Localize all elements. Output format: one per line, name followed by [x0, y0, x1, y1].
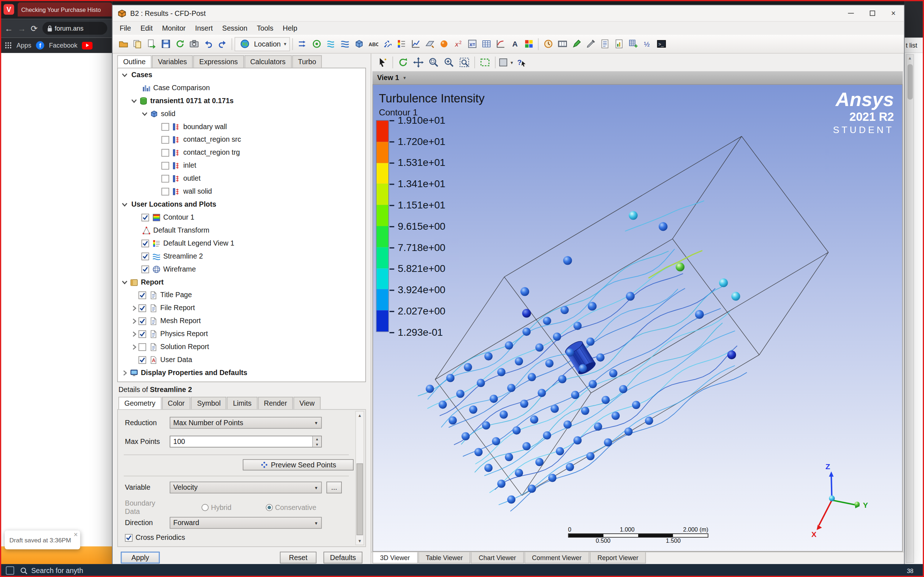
minimize-button[interactable]	[840, 5, 861, 21]
chevron-right-icon[interactable]	[129, 330, 138, 338]
snapshot-icon[interactable]	[187, 37, 201, 51]
quick-editor-icon[interactable]	[570, 37, 584, 51]
scrollbar-thumb[interactable]	[357, 463, 363, 535]
chart-tool-icon[interactable]	[493, 37, 507, 51]
menu-edit[interactable]: Edit	[136, 23, 157, 34]
menu-monitor[interactable]: Monitor	[157, 23, 190, 34]
browser-tab[interactable]: Checking Your Purchase Histo	[18, 3, 112, 16]
item-checkbox-checked[interactable]	[142, 266, 149, 273]
whats-this-icon[interactable]: ?	[514, 55, 529, 69]
item-checkbox-checked[interactable]	[139, 317, 146, 324]
spin-down-icon[interactable]: ▼	[313, 442, 321, 447]
preview-seed-points-button[interactable]: Preview Seed Points	[243, 459, 354, 470]
chevron-down-icon[interactable]: ▼	[283, 42, 287, 46]
streamline-tool-icon[interactable]	[324, 37, 338, 51]
scroll-up-icon[interactable]: ▲	[906, 55, 914, 60]
undo-icon[interactable]	[201, 37, 215, 51]
cross-periodics-checkbox[interactable]	[125, 534, 132, 541]
details-tab-render[interactable]: Render	[258, 397, 293, 409]
tree-item-user-data[interactable]: AUser Data	[118, 353, 366, 366]
details-tab-geometry[interactable]: Geometry	[118, 397, 162, 409]
apply-button[interactable]: Apply	[121, 552, 160, 564]
tree-item-solid[interactable]: solid	[118, 107, 366, 120]
title-bar[interactable]: B2 : Results - CFD-Post ×	[113, 5, 904, 22]
viewer-tab-report-viewer[interactable]: Report Viewer	[590, 552, 646, 563]
rotate-icon[interactable]	[396, 55, 411, 69]
item-checkbox-checked[interactable]	[142, 239, 149, 247]
facebook-icon[interactable]: f	[36, 41, 44, 49]
scrollbar-thumb[interactable]	[908, 64, 913, 100]
command-editor-icon[interactable]: >_	[654, 37, 669, 51]
report-template-icon[interactable]	[598, 37, 612, 51]
viewer-tab-comment-viewer[interactable]: Comment Viewer	[525, 552, 590, 563]
taskbar-search[interactable]: Search for anyth	[20, 567, 83, 575]
menu-help[interactable]: Help	[278, 23, 302, 34]
export-file-icon[interactable]	[144, 37, 158, 51]
bookmark-facebook[interactable]: Facebook	[49, 42, 78, 49]
view-selector-bar[interactable]: View 1▼	[373, 71, 903, 84]
chevron-down-icon[interactable]	[120, 200, 129, 208]
hidden-icons-button[interactable]	[6, 567, 14, 575]
tree-item-cases[interactable]: Cases	[118, 68, 366, 81]
reset-button[interactable]: Reset	[280, 552, 317, 564]
tree-item-contour-1[interactable]: Contour 1	[118, 211, 366, 224]
open-session-icon[interactable]	[130, 37, 144, 51]
tree-item-transient1-0171-at-0-171s[interactable]: transient1 0171 at 0.171s	[118, 94, 366, 107]
tree-item-contact-region-trg[interactable]: contact_region trg	[118, 146, 366, 159]
tab-expressions[interactable]: Expressions	[194, 55, 244, 68]
chevron-down-icon[interactable]	[120, 71, 129, 79]
mesh-calculator-icon[interactable]	[626, 37, 640, 51]
tree-item-physics-report[interactable]: Physics Report	[118, 327, 366, 340]
tree-item-streamline-2[interactable]: Streamline 2	[118, 250, 366, 263]
details-tab-view[interactable]: View	[294, 397, 320, 409]
tree-item-wall-solid[interactable]: wall solid	[118, 185, 366, 198]
details-tab-color[interactable]: Color	[162, 397, 190, 409]
item-checkbox-unchecked[interactable]	[162, 135, 169, 143]
spin-up-icon[interactable]: ▲	[313, 436, 321, 442]
tree-item-user-locations-and-plots[interactable]: User Locations and Plots	[118, 198, 366, 211]
reload-icon[interactable]: ⟳	[31, 23, 37, 33]
hybrid-radio[interactable]	[201, 504, 208, 511]
text-tool-icon[interactable]: ABC	[366, 37, 380, 51]
forward-icon[interactable]: →	[18, 23, 26, 33]
redo-icon[interactable]	[215, 37, 229, 51]
menu-insert[interactable]: Insert	[190, 23, 217, 34]
variable-dropdown[interactable]: Velocity▼	[170, 482, 321, 494]
chevron-down-icon[interactable]	[141, 110, 149, 118]
table-tool-icon[interactable]	[479, 37, 493, 51]
tab-calculators[interactable]: Calculators	[244, 55, 292, 68]
item-checkbox-checked[interactable]	[139, 304, 146, 311]
legend-tool-icon[interactable]	[394, 37, 409, 51]
load-results-icon[interactable]	[116, 37, 130, 51]
pipette-icon[interactable]	[584, 37, 598, 51]
surface-streamline-tool-icon[interactable]	[338, 37, 352, 51]
item-checkbox-checked[interactable]	[142, 213, 149, 221]
location-selector[interactable]: Location▼	[234, 37, 290, 51]
scroll-down-icon[interactable]: ▼	[356, 537, 363, 545]
details-scrollbar[interactable]: ▲ ▼	[355, 411, 364, 545]
item-checkbox-checked[interactable]	[139, 330, 146, 338]
page-scrollbar[interactable]: ▲	[906, 54, 914, 563]
tree-item-display-properties-and-defaults[interactable]: Display Properties and Defaults	[118, 366, 366, 379]
zoom-in-icon[interactable]	[441, 55, 457, 69]
tree-item-case-comparison[interactable]: Case Comparison	[118, 81, 366, 94]
browser-logo-icon[interactable]: V	[3, 4, 14, 15]
item-checkbox-unchecked[interactable]	[162, 161, 169, 169]
item-checkbox-unchecked[interactable]	[162, 174, 169, 182]
tree-item-report[interactable]: Report	[118, 276, 366, 288]
vector-tool-icon[interactable]	[380, 37, 394, 51]
item-checkbox-unchecked[interactable]	[162, 122, 169, 130]
apps-grid-icon[interactable]	[5, 42, 12, 49]
menu-tools[interactable]: Tools	[252, 23, 278, 34]
chevron-down-icon[interactable]: ▼	[510, 60, 514, 64]
tree-item-wireframe[interactable]: Wireframe	[118, 263, 366, 276]
calculator-tool-icon[interactable]: x=	[465, 37, 479, 51]
youtube-icon[interactable]	[82, 42, 93, 49]
toast-close-icon[interactable]: ×	[74, 530, 78, 539]
defaults-button[interactable]: Defaults	[323, 552, 362, 564]
chevron-down-icon[interactable]	[120, 278, 129, 286]
viewer-tab-3d-viewer[interactable]: 3D Viewer	[373, 552, 418, 563]
tree-item-default-legend-view-1[interactable]: Default Legend View 1	[118, 237, 366, 250]
item-checkbox-unchecked[interactable]	[162, 187, 169, 195]
unit-calculator-icon[interactable]: ½	[640, 37, 654, 51]
